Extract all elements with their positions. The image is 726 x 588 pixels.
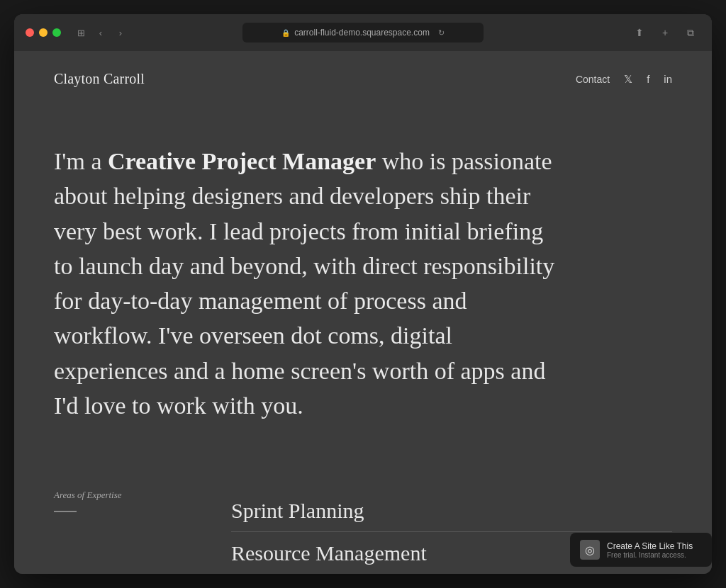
titlebar-right: ⬆ + ⧉ [630,24,700,41]
expertise-label: Areas of Expertise [54,490,231,501]
hero-paragraph: I'm a Creative Project Manager who is pa… [54,144,564,423]
share-button[interactable]: ⬆ [630,24,649,41]
hero-text-before: I'm a [54,148,108,174]
traffic-lights [26,28,61,37]
facebook-icon[interactable]: f [647,73,649,85]
lock-icon: 🔒 [281,29,290,37]
contact-link[interactable]: Contact [576,74,610,85]
squarespace-badge-subtitle: Free trial. Instant access. [607,551,693,559]
titlebar: ⊞ ‹ › 🔒 carroll-fluid-demo.squarespace.c… [14,14,712,51]
expertise-section: Areas of Expertise Sprint Planning Resou… [14,490,712,574]
expertise-label-col: Areas of Expertise [54,490,231,574]
squarespace-badge-text: Create A Site Like This Free trial. Inst… [607,541,693,559]
close-button[interactable] [26,28,34,37]
twitter-icon[interactable]: 𝕏 [624,73,632,86]
forward-button[interactable]: › [112,26,129,40]
refresh-icon[interactable]: ↻ [438,28,445,38]
hero-text-after: who is passionate about helping designer… [54,148,554,419]
site-logo[interactable]: Clayton Carroll [54,71,145,87]
maximize-button[interactable] [52,28,61,37]
website-content: Clayton Carroll Contact 𝕏 f in I'm a Cre… [14,51,712,574]
squarespace-logo-symbol: ◎ [585,543,595,557]
mac-window: ⊞ ‹ › 🔒 carroll-fluid-demo.squarespace.c… [14,14,712,574]
linkedin-icon[interactable]: in [664,73,672,85]
squarespace-badge[interactable]: ◎ Create A Site Like This Free trial. In… [570,533,712,567]
tab-overview-button[interactable]: ⧉ [681,24,700,41]
new-tab-button[interactable]: + [655,24,675,41]
squarespace-badge-title: Create A Site Like This [607,541,693,551]
site-nav: Contact 𝕏 f in [576,73,672,86]
squarespace-logo-icon: ◎ [580,540,600,560]
sidebar-toggle-button[interactable]: ⊞ [72,26,89,40]
expertise-divider [54,511,77,512]
hero-bold-text: Creative Project Manager [108,148,376,174]
site-main: I'm a Creative Project Manager who is pa… [14,101,712,490]
minimize-button[interactable] [39,28,48,37]
url-text: carroll-fluid-demo.squarespace.com [294,28,430,38]
titlebar-controls: ⊞ ‹ › [72,26,129,40]
address-bar[interactable]: 🔒 carroll-fluid-demo.squarespace.com ↻ [242,23,484,43]
back-button[interactable]: ‹ [92,26,109,40]
site-header: Clayton Carroll Contact 𝕏 f in [14,51,712,101]
expertise-item-sprint: Sprint Planning [231,490,672,531]
